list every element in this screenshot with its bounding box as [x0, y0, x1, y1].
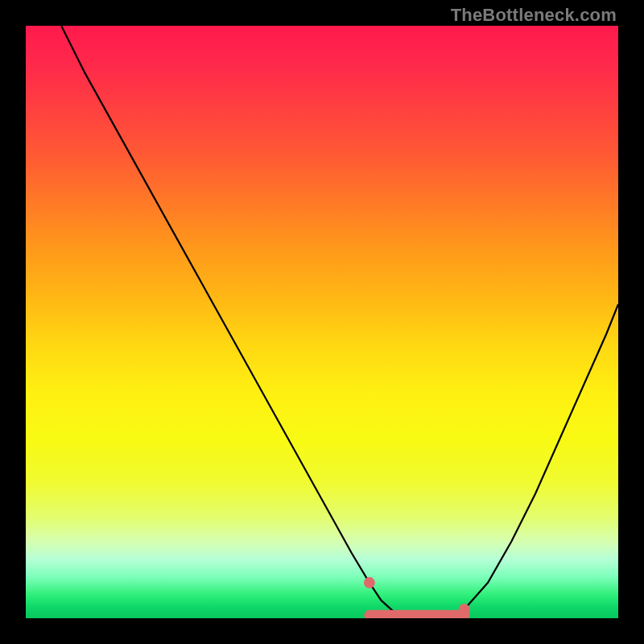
bottleneck-dots-group — [364, 577, 470, 615]
plot-area — [26, 26, 618, 618]
bottleneck-curve — [61, 26, 618, 615]
bottleneck-curve-svg — [26, 26, 618, 618]
watermark-text: TheBottleneck.com — [451, 5, 617, 26]
bottleneck-marker — [459, 604, 470, 615]
bottleneck-marker — [364, 577, 375, 588]
